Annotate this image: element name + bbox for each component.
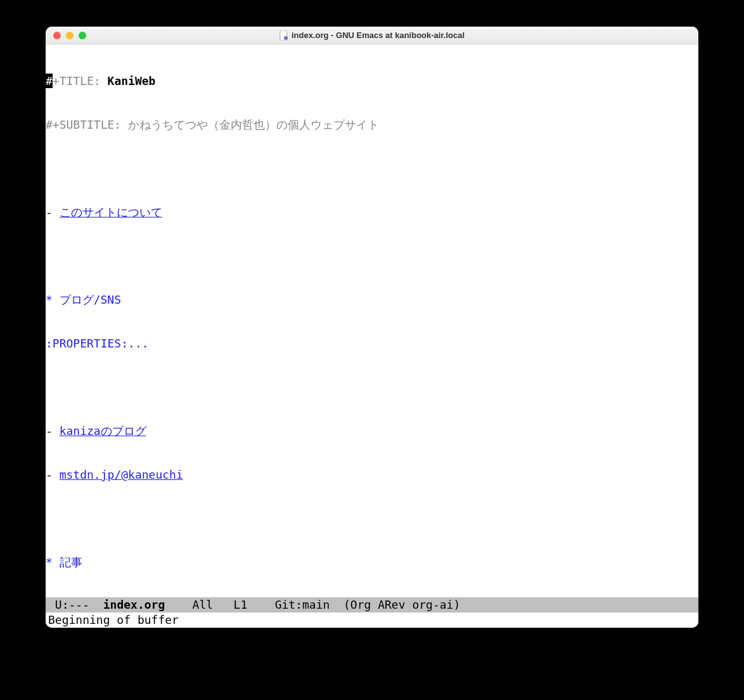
list-bullet: - [46,205,60,219]
subtitle-value: かねうちてつや（金内哲也）の個人ウェブサイト [128,118,379,131]
list-bullet: - [46,424,60,438]
modeline-info: All L1 Git:main (Org ARev org-ai) [165,598,460,611]
minibuffer-message: Beginning of buffer [48,613,179,626]
modeline[interactable]: U:--- index.org All L1 Git:main (Org ARe… [46,597,698,612]
minimize-button[interactable] [66,32,74,39]
heading-blog: ブログ/SNS [60,293,121,306]
subtitle-keyword: #+SUBTITLE: [46,118,128,131]
window-title-text: index.org - GNU Emacs at kanibook-air.lo… [292,30,465,40]
properties-drawer[interactable]: :PROPERTIES:... [46,337,149,350]
traffic-lights [46,32,86,39]
title-value: KaniWeb [108,74,156,88]
link-mstdn[interactable]: mstdn.jp/@kaneuchi [60,468,183,481]
window-title: index.org - GNU Emacs at kanibook-air.lo… [279,30,465,41]
heading-articles: 記事 [60,555,82,569]
link-kaniza-blog[interactable]: kanizaのブログ [60,424,146,438]
link-about[interactable]: このサイトについて [60,205,162,219]
title-keyword: +TITLE: [53,74,108,88]
close-button[interactable] [53,32,61,39]
minibuffer[interactable]: Beginning of buffer [46,612,698,628]
modeline-status: U:--- [48,598,103,611]
cursor: # [46,74,53,88]
heading-star: * [46,555,60,569]
heading-star: * [46,293,60,306]
editor-area[interactable]: #+TITLE: KaniWeb #+SUBTITLE: かねうちてつや（金内哲… [46,44,698,597]
titlebar: index.org - GNU Emacs at kanibook-air.lo… [46,27,698,44]
modeline-buffer-name: index.org [103,598,165,611]
maximize-button[interactable] [79,32,86,39]
emacs-window: index.org - GNU Emacs at kanibook-air.lo… [46,27,698,628]
file-icon [279,30,288,41]
svg-point-0 [284,36,288,40]
list-bullet: - [46,468,60,481]
